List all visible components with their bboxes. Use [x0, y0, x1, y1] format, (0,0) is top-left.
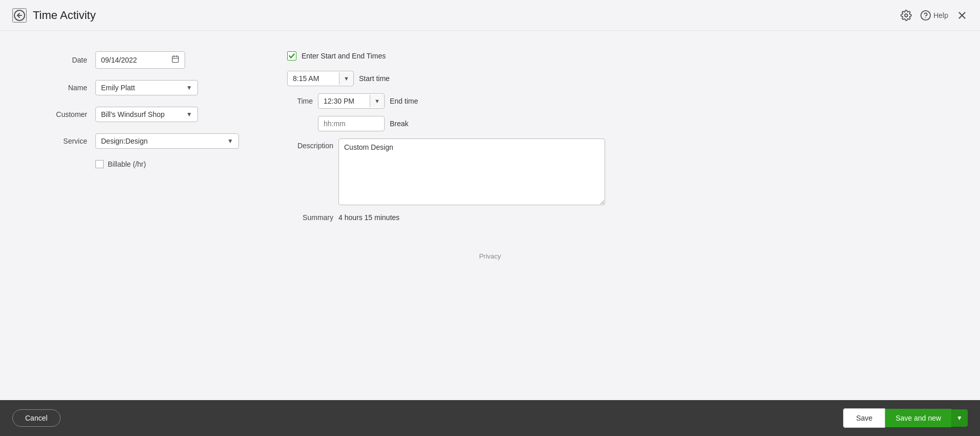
start-time-label: Start time: [359, 74, 390, 83]
footer: Cancel Save Save and new ▼: [0, 400, 980, 436]
summary-row: Summary 4 hours 15 minutes: [287, 213, 939, 222]
settings-button[interactable]: [901, 10, 912, 21]
break-row: Break: [318, 116, 939, 131]
end-time-value: 12:30 PM: [318, 94, 370, 108]
name-row: Name Emily Platt ▼: [41, 80, 246, 95]
cancel-button[interactable]: Cancel: [12, 409, 61, 427]
end-time-row: Time 12:30 PM ▼ End time: [287, 93, 939, 109]
description-textarea[interactable]: Custom Design: [338, 138, 605, 205]
date-input-wrapper[interactable]: [95, 51, 185, 69]
close-button[interactable]: [956, 10, 968, 21]
end-time-label: End time: [390, 97, 418, 105]
left-column: Date Name Emil: [41, 51, 246, 222]
svg-point-2: [905, 14, 908, 17]
start-time-value: 8:15 AM: [288, 71, 339, 86]
customer-select[interactable]: Bill's Windsurf Shop ▼: [95, 107, 198, 122]
name-dropdown-arrow: ▼: [186, 84, 192, 91]
date-row: Date: [41, 51, 246, 69]
privacy-label: Privacy: [479, 252, 501, 260]
customer-value: Bill's Windsurf Shop: [101, 110, 165, 118]
help-button[interactable]: Help: [920, 10, 948, 21]
break-label: Break: [390, 120, 409, 128]
enter-times-row: Enter Start and End Times: [287, 51, 939, 61]
page-title: Time Activity: [33, 9, 901, 22]
billable-checkbox[interactable]: [95, 160, 104, 168]
service-select[interactable]: Design:Design ▼: [95, 133, 239, 149]
name-select[interactable]: Emily Platt ▼: [95, 80, 198, 95]
service-label: Service: [41, 137, 87, 145]
start-time-select[interactable]: 8:15 AM ▼: [287, 71, 354, 86]
date-input[interactable]: [101, 56, 163, 64]
billable-label: Billable (/hr): [108, 160, 146, 168]
save-and-new-button[interactable]: Save and new: [885, 409, 951, 427]
date-label: Date: [41, 56, 87, 64]
name-value: Emily Platt: [101, 84, 135, 92]
customer-row: Customer Bill's Windsurf Shop ▼: [41, 107, 246, 122]
footer-right: Save Save and new ▼: [843, 408, 968, 428]
enter-times-checkbox[interactable]: [287, 51, 296, 61]
summary-label: Summary: [287, 213, 333, 222]
service-value: Design:Design: [101, 137, 148, 145]
save-and-new-dropdown-button[interactable]: ▼: [951, 409, 968, 427]
end-time-select[interactable]: 12:30 PM ▼: [318, 93, 385, 109]
help-label: Help: [933, 11, 948, 19]
save-button[interactable]: Save: [843, 408, 885, 428]
billable-row: Billable (/hr): [95, 160, 246, 168]
summary-value: 4 hours 15 minutes: [338, 213, 399, 222]
calendar-icon: [171, 55, 179, 65]
end-time-dropdown-btn[interactable]: ▼: [370, 95, 384, 107]
time-label: Time: [287, 97, 313, 105]
start-time-row: 8:15 AM ▼ Start time: [287, 71, 939, 86]
start-time-dropdown-btn[interactable]: ▼: [339, 72, 353, 85]
service-row: Service Design:Design ▼: [41, 133, 246, 149]
description-label: Description: [287, 138, 333, 150]
form-layout: Date Name Emil: [41, 51, 939, 222]
back-button[interactable]: [12, 8, 27, 23]
header-actions: Help: [901, 10, 968, 21]
service-dropdown-arrow: ▼: [227, 137, 233, 145]
description-row: Description Custom Design: [287, 138, 939, 205]
name-label: Name: [41, 84, 87, 92]
customer-dropdown-arrow: ▼: [186, 111, 192, 118]
right-column: Enter Start and End Times 8:15 AM ▼ Star…: [287, 51, 939, 222]
svg-rect-7: [172, 56, 178, 63]
main-content: Date Name Emil: [0, 31, 980, 400]
customer-label: Customer: [41, 110, 87, 118]
privacy-section: Privacy: [41, 252, 939, 260]
enter-times-label: Enter Start and End Times: [302, 52, 386, 60]
break-input[interactable]: [318, 116, 385, 131]
header: Time Activity Help: [0, 0, 980, 31]
